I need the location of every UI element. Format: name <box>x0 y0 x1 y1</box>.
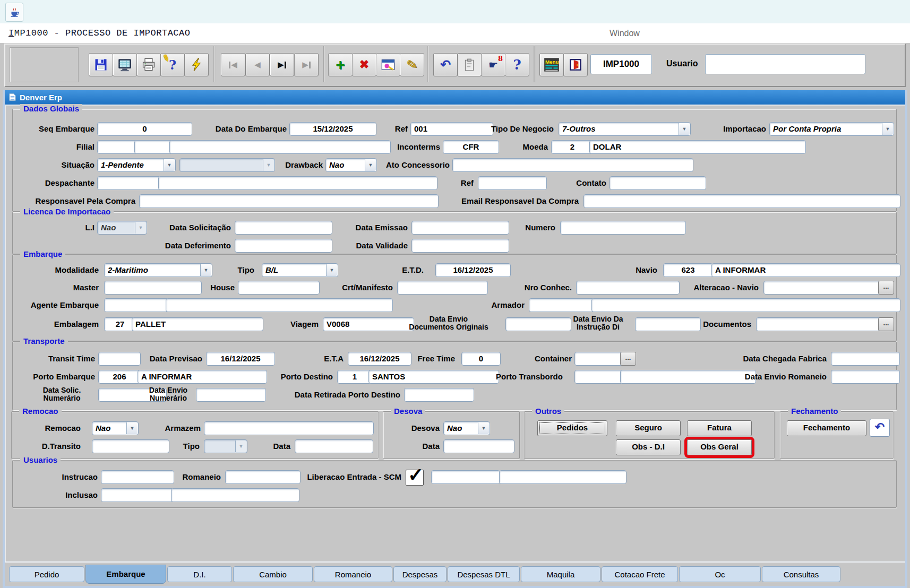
desova-data-field[interactable] <box>443 439 514 453</box>
data-previsao-field[interactable]: 16/12/2025 <box>206 352 275 366</box>
clipboard-button[interactable] <box>457 53 482 76</box>
tab-consultas[interactable]: Consultas <box>762 566 840 582</box>
container-browse-button[interactable]: ... <box>620 352 636 366</box>
moeda-name-field[interactable]: DOLAR <box>589 140 806 154</box>
etd-field[interactable]: 16/12/2025 <box>435 263 511 277</box>
alteracao-navio-browse-button[interactable]: ... <box>878 281 894 295</box>
embalagem-code-field[interactable]: 27 <box>104 317 136 331</box>
data-solicitacao-field[interactable] <box>235 221 332 235</box>
tipo-combo[interactable]: B/L▼ <box>262 263 338 277</box>
pedidos-button[interactable]: Pedidos <box>537 420 607 436</box>
tab-cotacao-frete[interactable]: Cotacao Frete <box>602 566 678 582</box>
display-button[interactable] <box>113 53 137 76</box>
last-record-button[interactable]: ▶ <box>294 53 319 76</box>
remocao-tipo-combo[interactable]: ▼ <box>204 439 247 453</box>
seguro-button[interactable]: Seguro <box>616 420 681 436</box>
data-deferimento-field[interactable] <box>235 239 332 253</box>
navio-name-field[interactable]: A INFORMAR <box>711 263 900 277</box>
previous-record-button[interactable]: ◀ <box>245 53 270 76</box>
data-emissao-field[interactable] <box>411 221 509 235</box>
save-button[interactable] <box>89 53 113 76</box>
responsavel-pela-compra-field[interactable] <box>139 194 439 208</box>
tipo-de-negocio-combo[interactable]: 7-Outros▼ <box>559 122 691 136</box>
obs-di-button[interactable]: Obs - D.I <box>616 439 681 455</box>
java-app-button[interactable] <box>5 3 23 22</box>
numero-field[interactable] <box>560 221 686 235</box>
porto-transbordo-name-field[interactable] <box>620 370 756 384</box>
remocao-combo[interactable]: Nao▼ <box>92 421 139 435</box>
inclusao-name-field[interactable] <box>171 488 299 502</box>
porto-transbordo-code-field[interactable] <box>574 370 623 384</box>
documentos-field[interactable] <box>756 317 881 331</box>
menu-item-window[interactable]: Window <box>609 23 640 43</box>
ato-concessorio-field[interactable] <box>452 158 693 172</box>
data-envio-numerario-field[interactable] <box>196 388 266 402</box>
master-field[interactable] <box>104 281 202 295</box>
tab-despesas-dtl[interactable]: Despesas DTL <box>448 566 520 582</box>
data-envio-docs-field[interactable] <box>505 317 571 331</box>
next-record-button[interactable]: ▶ <box>270 53 294 76</box>
contato-field[interactable] <box>609 176 706 190</box>
data-envio-romaneio-field[interactable] <box>831 370 900 384</box>
house-field[interactable] <box>238 281 320 295</box>
armador-code-field[interactable] <box>529 298 595 312</box>
delete-record-button[interactable]: ✖ <box>352 53 376 76</box>
obs-geral-button[interactable]: Obs Geral <box>687 439 752 455</box>
tab-romaneio[interactable]: Romaneio <box>314 566 392 582</box>
tab-cambio[interactable]: Cambio <box>233 566 313 582</box>
tab-di[interactable]: D.I. <box>167 566 232 582</box>
drawback-combo[interactable]: Nao▼ <box>325 158 377 172</box>
email-responsavel-field[interactable] <box>583 194 900 208</box>
navio-code-field[interactable]: 623 <box>663 263 713 277</box>
inclusao-field[interactable] <box>101 488 174 502</box>
tab-despesas[interactable]: Despesas <box>393 566 447 582</box>
porto-destino-name-field[interactable]: SANTOS <box>368 370 499 384</box>
filial-code2-field[interactable] <box>134 140 175 154</box>
instrucao-field[interactable] <box>101 470 174 484</box>
print-button[interactable] <box>136 53 161 76</box>
tab-oc[interactable]: Oc <box>679 566 761 582</box>
documentos-browse-button[interactable]: ... <box>878 317 894 331</box>
modalidade-combo[interactable]: 2-Maritimo▼ <box>104 263 212 277</box>
filial-name-field[interactable] <box>169 140 391 154</box>
list-of-values-button[interactable]: ☛8 <box>481 53 505 76</box>
exit-button[interactable] <box>563 53 588 76</box>
d-transito-field[interactable] <box>92 439 169 453</box>
tab-pedido[interactable]: Pedido <box>9 566 84 582</box>
usuario-field[interactable] <box>705 54 865 74</box>
agente-embarque-name-field[interactable] <box>166 298 393 312</box>
porto-embarque-name-field[interactable]: A INFORMAR <box>138 370 267 384</box>
execute-query-button[interactable] <box>184 53 209 76</box>
undo-button[interactable]: ↶ <box>433 53 458 76</box>
liberacao-scm-name-field[interactable] <box>499 470 626 484</box>
data-retirada-porto-destino-field[interactable] <box>404 388 474 402</box>
agente-embarque-code-field[interactable] <box>104 298 169 312</box>
liberacao-scm-user-field[interactable] <box>431 470 500 484</box>
help-query-button[interactable]: ✎? <box>160 53 185 76</box>
armador-name-field[interactable] <box>591 298 900 312</box>
first-record-button[interactable]: ◀ <box>221 53 245 76</box>
data-chegada-fabrica-field[interactable] <box>831 352 900 366</box>
insert-record-button[interactable]: + <box>328 53 353 76</box>
seq-embarque-field[interactable]: 0 <box>97 122 192 136</box>
free-time-field[interactable]: 0 <box>461 352 501 366</box>
frame-titlebar[interactable]: Denver Erp <box>5 90 905 105</box>
inconterms-field[interactable]: CFR <box>443 140 499 154</box>
embalagem-name-field[interactable]: PALLET <box>132 317 263 331</box>
program-code-field[interactable]: IMP1000 <box>590 54 652 74</box>
query-window-button[interactable] <box>376 53 400 76</box>
tab-maquila[interactable]: Maquila <box>521 566 600 582</box>
edit-button[interactable]: ✎ <box>400 53 424 76</box>
nro-conhec-field[interactable] <box>576 281 680 295</box>
importacao-combo[interactable]: Por Conta Propria▼ <box>769 122 894 136</box>
filial-code1-field[interactable] <box>97 140 139 154</box>
fechamento-undo-button[interactable]: ↶ <box>870 419 890 437</box>
data-do-embarque-field[interactable]: 15/12/2025 <box>289 122 376 136</box>
crt-manifesto-field[interactable] <box>397 281 488 295</box>
help-button[interactable]: ? <box>505 53 529 76</box>
desova-combo[interactable]: Nao▼ <box>443 421 490 435</box>
porto-embarque-code-field[interactable]: 206 <box>98 370 141 384</box>
menu-button[interactable]: Menu <box>539 53 564 76</box>
liberacao-scm-checkbox[interactable]: ✓ <box>406 470 424 486</box>
moeda-code-field[interactable]: 2 <box>551 140 594 154</box>
